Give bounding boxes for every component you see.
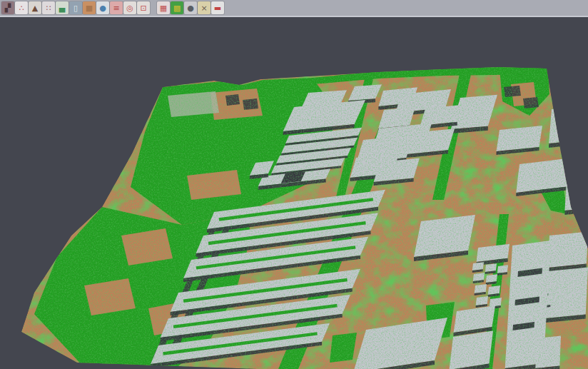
point-cloud-icon: ∴ — [19, 4, 24, 12]
grid-icon: ▦ — [160, 4, 167, 12]
point-cloud-canvas[interactable] — [0, 19, 588, 369]
volume-icon: ■ — [86, 4, 93, 12]
clip-box-button[interactable]: × — [198, 1, 211, 14]
layers-button[interactable]: ≡ — [110, 1, 123, 14]
extent-icon: ⊡ — [140, 4, 146, 12]
sphere-icon: ● — [187, 4, 194, 12]
scatter-icon: ∷ — [46, 4, 51, 12]
globe-icon: ● — [99, 4, 106, 12]
grid-button[interactable]: ▦ — [157, 1, 170, 14]
vegetation-icon: ▄ — [59, 4, 65, 12]
target-icon: ◎ — [126, 4, 133, 12]
flag-button[interactable]: ▬ — [211, 1, 224, 14]
layers-icon: ≡ — [113, 4, 119, 12]
orthoimage-icon: ▩ — [173, 4, 181, 12]
flag-icon: ▬ — [214, 4, 221, 12]
volume-button[interactable]: ■ — [83, 1, 96, 14]
app-window: ▞∴▲∷▄▯■●≡◎⊡▦▩●×▬ — [0, 0, 588, 369]
globe-button[interactable]: ● — [96, 1, 109, 14]
prism-button[interactable]: ▯ — [69, 1, 82, 14]
dither-noise-overlay — [0, 19, 588, 369]
point-cloud-button[interactable]: ∴ — [15, 1, 28, 14]
dataset-button[interactable]: ▞ — [1, 1, 14, 14]
clip-box-icon: × — [201, 4, 207, 12]
vegetation-button[interactable]: ▄ — [56, 1, 69, 14]
target-button[interactable]: ◎ — [123, 1, 136, 14]
terrain-icon: ▲ — [32, 4, 38, 12]
sphere-button[interactable]: ● — [184, 1, 197, 14]
orthoimage-button[interactable]: ▩ — [171, 1, 183, 14]
terrain-button[interactable]: ▲ — [29, 1, 41, 14]
3d-viewport[interactable] — [0, 19, 588, 369]
dataset-icon: ▞ — [5, 4, 11, 12]
prism-icon: ▯ — [74, 4, 78, 12]
extent-button[interactable]: ⊡ — [137, 1, 150, 14]
scatter-button[interactable]: ∷ — [42, 1, 55, 14]
toolbar: ▞∴▲∷▄▯■●≡◎⊡▦▩●×▬ — [0, 0, 588, 17]
